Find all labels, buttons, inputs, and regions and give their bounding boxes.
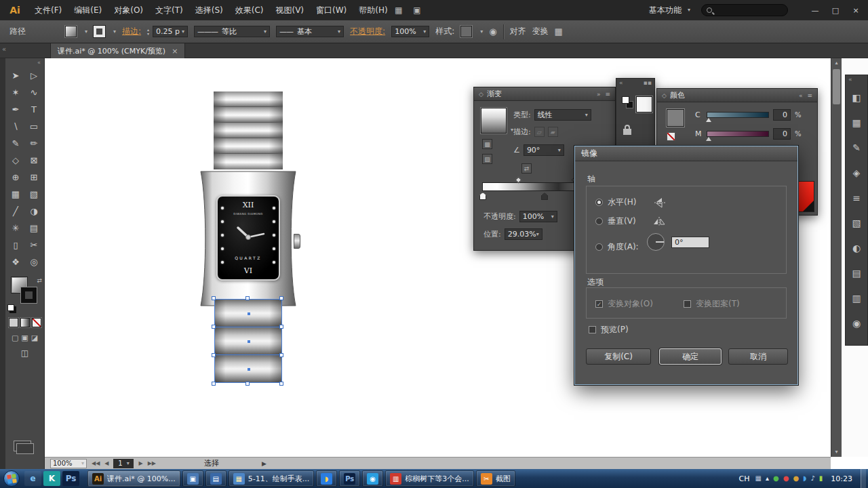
selected-band-segment[interactable] (214, 299, 282, 327)
angle-radio[interactable] (595, 243, 603, 251)
taskbar-app-folder[interactable]: ▦ 5-11、绘制手表... (229, 470, 314, 487)
selection-tool[interactable]: ➤ (7, 67, 25, 84)
gradient-button[interactable] (20, 318, 30, 327)
expand-panels-icon[interactable]: « (846, 75, 867, 85)
vertical-radio-row[interactable]: 垂直(V) (595, 216, 669, 227)
stroke-weight-field[interactable]: 0.25 p▾ (153, 26, 188, 37)
scrollbar-thumb[interactable] (833, 69, 840, 104)
brushes-panel-icon[interactable]: ✎ (846, 135, 867, 160)
draw-normal-icon[interactable]: ▢ (12, 333, 18, 342)
recolor-artwork-icon[interactable]: ◉ (489, 26, 496, 37)
selection-handle[interactable] (245, 382, 250, 386)
selected-band-segments[interactable] (214, 299, 282, 383)
band-segment[interactable] (214, 138, 283, 154)
angle-radio-row[interactable]: 角度(A): (595, 241, 639, 253)
slider-handle[interactable] (706, 137, 711, 141)
eyedropper-tool[interactable]: ╱ (7, 203, 25, 220)
horizontal-radio-row[interactable]: 水平(H) (595, 197, 669, 208)
panel-collapse-icon[interactable]: ◇ (479, 91, 484, 98)
slider-handle[interactable] (706, 118, 711, 122)
menu-item[interactable]: 文件(F) (28, 0, 68, 20)
taskbar-player-icon[interactable]: K (43, 471, 60, 486)
gradient-panel-header[interactable]: ◇ 渐变 » ≡ (474, 87, 615, 101)
tray-volume-icon[interactable]: ♪ (810, 475, 814, 482)
appearance-panel-icon[interactable]: ▤ (846, 260, 867, 285)
selection-handle[interactable] (279, 382, 283, 386)
minimized-panel-icon[interactable] (16, 443, 34, 454)
show-desktop-button[interactable] (861, 469, 866, 488)
close-tab-icon[interactable]: × (172, 47, 178, 56)
panel-expand-icon[interactable]: « (799, 92, 803, 99)
menu-item[interactable]: 选择(S) (189, 0, 229, 20)
next-artboard-icon[interactable]: ▶ (138, 460, 142, 466)
selection-handle[interactable] (279, 296, 283, 300)
taskbar-clock[interactable]: 10:23 (831, 474, 852, 483)
stroke-panel-icon[interactable]: ≡ (846, 185, 867, 210)
shape-builder-tool[interactable]: ⊕ (7, 169, 25, 186)
lasso-tool[interactable]: ∿ (25, 84, 43, 101)
search-input[interactable] (701, 4, 788, 16)
gradient-type-select[interactable]: 线性▾ (534, 109, 591, 121)
gradient-fill-icon[interactable]: ▩ (482, 139, 492, 149)
scroll-down-icon[interactable]: ▾ (831, 447, 842, 457)
first-artboard-icon[interactable]: ◀◀ (92, 460, 100, 466)
blend-tool[interactable]: ◑ (25, 203, 43, 220)
menu-item[interactable]: 视图(V) (269, 0, 310, 20)
selection-handle[interactable] (212, 296, 216, 300)
gradient-panel-icon[interactable]: ▧ (846, 210, 867, 235)
cyan-slider[interactable] (707, 112, 769, 118)
minimize-button[interactable]: — (807, 5, 823, 16)
magic-wand-tool[interactable]: ✶ (7, 84, 25, 101)
stroke-gradient-within-icon[interactable]: ▱ (534, 127, 545, 137)
angle-value-field[interactable]: 0° (671, 237, 709, 248)
selection-handle[interactable] (279, 353, 283, 357)
column-graph-tool[interactable]: ▤ (25, 220, 43, 237)
watch-crown[interactable] (294, 234, 300, 249)
mini-fill-swatch[interactable] (622, 96, 629, 104)
transform-panel-link[interactable]: 变换 (532, 26, 549, 37)
draw-inside-icon[interactable]: ◪ (31, 333, 38, 342)
angle-dial[interactable] (647, 233, 665, 251)
transform-objects-row[interactable]: ✓ 变换对象(O) (595, 298, 653, 310)
gradient-preview-swatch[interactable] (481, 108, 507, 134)
swatches-panel-icon[interactable]: ▦ (846, 110, 867, 135)
selection-handle[interactable] (279, 325, 283, 329)
active-fill-swatch[interactable] (667, 109, 684, 127)
transparency-panel-icon[interactable]: ◐ (846, 235, 867, 260)
paintbrush-tool[interactable]: ✎ (7, 135, 25, 152)
line-segment-tool[interactable]: ∖ (7, 118, 25, 135)
taskbar-app-photoshop[interactable]: Ps (339, 470, 360, 487)
magenta-value-field[interactable]: 0 (773, 128, 791, 140)
band-segment[interactable] (214, 92, 283, 107)
tray-orange-icon[interactable]: ● (793, 475, 799, 482)
cyan-value-field[interactable]: 0 (773, 109, 791, 121)
info-panel-icon[interactable]: ◉ (846, 310, 867, 336)
vertical-radio[interactable] (595, 218, 603, 225)
menu-item[interactable]: 对象(O) (108, 0, 149, 20)
vertical-scrollbar[interactable]: ▴ ▾ (831, 58, 842, 457)
gradient-angle-field[interactable]: 90°▾ (524, 144, 564, 156)
panel-menu-icon[interactable]: ≡ (807, 92, 812, 99)
rectangle-tool[interactable]: ▭ (25, 118, 43, 135)
hand-tool[interactable]: ❖ (7, 253, 25, 270)
current-swatch-preview[interactable] (636, 96, 652, 113)
screen-mode-icon[interactable]: ◫ (5, 348, 44, 358)
taskbar-photoshop-quick-icon[interactable]: Ps (62, 471, 79, 486)
workspace-switcher[interactable]: 基本功能 ▾ (649, 0, 690, 20)
selection-handle[interactable] (212, 353, 216, 357)
copy-button[interactable]: 复制(C) (586, 348, 651, 365)
scroll-up-icon[interactable]: ▴ (831, 58, 842, 68)
stroke-gradient-along-icon[interactable]: ▰ (548, 127, 558, 137)
fill-swatch[interactable] (65, 26, 77, 37)
transform-patterns-checkbox[interactable] (684, 300, 691, 308)
stroke-color-well[interactable] (21, 287, 37, 303)
cancel-button[interactable]: 取消 (728, 348, 788, 365)
dock-menu-icon[interactable]: ▪▪ (644, 79, 652, 87)
horizontal-radio[interactable] (595, 199, 603, 206)
tray-expand-icon[interactable]: ▴ (766, 475, 769, 482)
gradient-opacity-field[interactable]: 100%▾ (519, 211, 557, 222)
taskbar-app-window-1[interactable]: ▣ (182, 470, 203, 487)
selected-band-segment[interactable] (214, 327, 282, 355)
band-segment[interactable] (214, 154, 283, 169)
language-indicator[interactable]: CH (738, 474, 749, 483)
